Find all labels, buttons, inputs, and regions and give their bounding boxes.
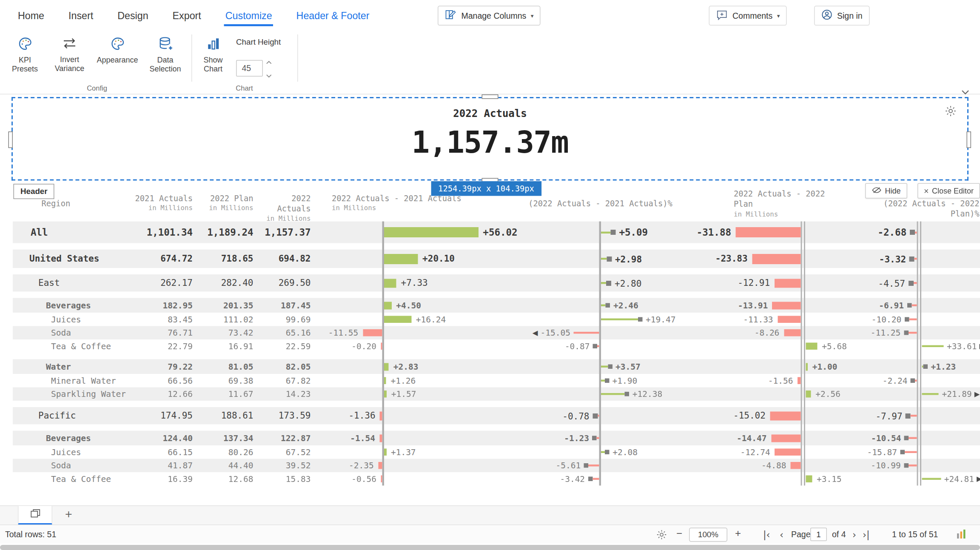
variance-pin: +1.90: [601, 374, 637, 388]
variance-marker: [625, 392, 630, 396]
row-label[interactable]: Juices: [51, 313, 81, 326]
variance-bar: [772, 302, 801, 309]
tab-customize[interactable]: Customize: [224, 0, 273, 31]
bar-chart-icon: [205, 36, 221, 54]
value-cell: 12.68: [195, 472, 254, 486]
variance-label: +2.56: [815, 388, 840, 401]
tab-export[interactable]: Export: [171, 0, 202, 31]
variance-marker: [908, 280, 913, 285]
variance-bar: [384, 377, 386, 385]
variance-label: -14.47: [737, 431, 766, 446]
row-label[interactable]: Mineral Water: [51, 374, 116, 388]
row-label[interactable]: All: [31, 222, 48, 243]
variance-bar: [384, 302, 392, 309]
stepper-up-icon[interactable]: [266, 56, 272, 67]
show-chart-label: Show Chart: [195, 56, 231, 74]
variance-bar: [806, 390, 811, 398]
page-input[interactable]: 1: [810, 528, 827, 541]
chevron-down-icon: ▾: [777, 12, 780, 19]
variance-label: -23.83: [715, 250, 748, 268]
tab-design[interactable]: Design: [116, 0, 149, 31]
chart-height-input[interactable]: 45: [236, 60, 263, 76]
value-cell: 1,157.37: [255, 222, 311, 243]
row-label[interactable]: Beverages: [46, 298, 91, 313]
value-cell: 124.40: [134, 431, 193, 446]
resize-handle-right[interactable]: [967, 131, 971, 148]
gear-icon: [656, 533, 667, 543]
next-page-button[interactable]: ›: [852, 529, 856, 541]
column-header-2022-actuals: 2022 Actualsin Millions: [255, 194, 311, 223]
close-editor-button[interactable]: × Close Editor: [917, 183, 980, 199]
horizontal-scrollbar[interactable]: [0, 545, 980, 550]
variance-marker: [907, 303, 912, 308]
value-cell: 81.05: [195, 359, 254, 374]
variance-label: -13.91: [738, 298, 768, 313]
table-row: East262.17282.40269.50+7.33+2.80-12.91-4…: [13, 274, 980, 292]
resize-handle-left[interactable]: [9, 131, 13, 148]
variance-bar: [806, 476, 812, 483]
value-cell: 122.87: [255, 431, 311, 446]
chart-height-stepper[interactable]: [265, 54, 273, 82]
value-cell: 174.95: [134, 407, 193, 425]
row-label[interactable]: East: [38, 274, 60, 292]
row-label[interactable]: Juices: [51, 445, 81, 459]
row-label[interactable]: Tea & Coffee: [51, 472, 111, 486]
eye-slash-icon: [872, 186, 882, 196]
add-sheet-button[interactable]: +: [61, 507, 76, 522]
value-cell: 16.39: [134, 472, 193, 486]
widget-settings-button[interactable]: [944, 105, 957, 120]
data-selection-label: Data Selection: [144, 56, 186, 74]
kpi-presets-label: KPI Presets: [5, 56, 45, 74]
row-label[interactable]: Beverages: [46, 431, 91, 446]
zoom-out-button[interactable]: −: [676, 528, 682, 539]
sheet-tab[interactable]: [18, 506, 52, 525]
variance-marker: [900, 450, 905, 455]
row-label[interactable]: Soda: [51, 459, 71, 473]
invert-variance-button[interactable]: Invert Variance: [48, 36, 91, 73]
value-cell: 16.91: [195, 339, 254, 353]
manage-columns-button[interactable]: Manage Columns ▾: [438, 6, 541, 26]
value-cell: 11.67: [195, 388, 254, 401]
row-label[interactable]: Sparkling Water: [51, 388, 126, 401]
variance-marker: [607, 256, 612, 261]
row-label[interactable]: Water: [46, 359, 71, 374]
tab-insert[interactable]: Insert: [67, 0, 94, 31]
row-label[interactable]: Soda: [51, 326, 71, 340]
hide-button[interactable]: Hide: [865, 183, 907, 199]
row-label[interactable]: Pacific: [38, 407, 76, 425]
table-row: Beverages182.95201.35187.45+4.50+2.46-13…: [13, 298, 980, 313]
variance-marker: [606, 303, 610, 308]
value-cell: 15.83: [255, 472, 311, 486]
settings-button[interactable]: [656, 529, 667, 543]
row-label[interactable]: Tea & Coffee: [51, 339, 111, 353]
sign-in-button[interactable]: Sign in: [814, 6, 869, 26]
table-row: Water79.2281.0582.05+2.83+3.57+1.00+1.23: [13, 359, 980, 374]
variance-bar: [798, 377, 801, 385]
first-page-button[interactable]: |‹: [763, 529, 770, 541]
stepper-down-icon[interactable]: [266, 69, 272, 80]
collapse-ribbon-button[interactable]: [961, 86, 970, 98]
tab-header-footer[interactable]: Header & Footer: [295, 0, 371, 31]
zoom-level[interactable]: 100%: [689, 528, 727, 542]
variance-label: -8.26: [755, 326, 780, 340]
variance-label: +5.68: [822, 339, 847, 353]
resize-handle-top[interactable]: [482, 94, 499, 99]
row-label[interactable]: United States: [29, 250, 99, 268]
show-chart-button[interactable]: Show Chart: [195, 36, 231, 74]
table-row: Soda41.8744.4039.52-2.35-5.61-4.88-10.99: [13, 459, 980, 473]
variance-pin: -3.32: [879, 250, 917, 268]
comments-button[interactable]: Comments ▾: [709, 6, 787, 26]
appearance-button[interactable]: Appearance: [94, 36, 140, 65]
data-selection-button[interactable]: Data Selection: [144, 36, 186, 74]
value-cell: 76.71: [134, 326, 193, 340]
ribbon: KPI Presets Invert Variance: [0, 31, 980, 95]
zoom-in-button[interactable]: +: [735, 528, 741, 539]
variance-bar: [791, 462, 801, 469]
variance-pin: +2.98: [601, 250, 642, 268]
header-widget[interactable]: 2022 Actuals 1,157.37m: [11, 97, 969, 181]
prev-page-button[interactable]: ‹: [780, 529, 783, 541]
tab-home[interactable]: Home: [17, 0, 46, 31]
last-page-button[interactable]: ›|: [863, 529, 870, 541]
kpi-presets-button[interactable]: KPI Presets: [5, 36, 45, 74]
variance-bar: [752, 254, 801, 264]
